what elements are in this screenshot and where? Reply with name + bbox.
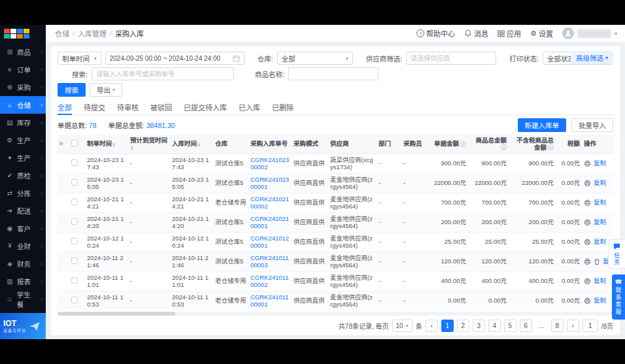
supplier-filter-input[interactable] <box>406 52 496 65</box>
row-checkbox[interactable] <box>71 238 78 244</box>
info-icon[interactable]: i <box>460 141 466 147</box>
sidebar-item-warehouse[interactable]: ⌂仓储› <box>0 96 46 114</box>
warehouse-select[interactable]: 全部 ▾ <box>277 52 353 65</box>
row-checkbox[interactable] <box>71 179 78 186</box>
message-button[interactable]: 消息 <box>464 28 488 39</box>
order-number-link[interactable]: CGRK24101100001 <box>250 293 288 308</box>
print-icon[interactable] <box>584 278 591 285</box>
search-button[interactable]: 搜索 <box>58 83 86 97</box>
row-checkbox[interactable] <box>71 159 78 166</box>
order-number-link[interactable]: CGRK24102300002 <box>250 156 289 171</box>
print-icon[interactable] <box>584 258 591 265</box>
page-button-4[interactable]: 4 <box>488 320 501 332</box>
copy-link[interactable]: 复制 <box>594 219 606 226</box>
order-number-link[interactable]: CGRK24101200001 <box>250 235 289 249</box>
date-range-input[interactable] <box>110 55 230 62</box>
sidebar-item-procurement[interactable]: ⊕采购› <box>0 78 46 96</box>
page-button-3[interactable]: 3 <box>473 320 485 332</box>
sidebar-item-delivery[interactable]: ➔配送› <box>0 202 46 220</box>
breadcrumb-item[interactable]: 仓储 <box>55 28 69 39</box>
user-menu[interactable]: ▾ <box>562 27 617 39</box>
cell-ops: 复制 <box>582 193 613 213</box>
page-button-6[interactable]: 6 <box>520 320 532 332</box>
prev-page-button[interactable]: ‹ <box>426 320 438 332</box>
page-size-select[interactable]: 10 ▾ <box>392 320 413 332</box>
sidebar-item-finance[interactable]: ◈财务› <box>0 255 46 273</box>
sort-icon[interactable]: ▲▼ <box>112 142 115 147</box>
order-number-link[interactable]: CGRK24102100002 <box>250 195 289 210</box>
tab-5[interactable]: 已入库 <box>239 99 260 114</box>
page-button-5[interactable]: 5 <box>504 320 516 332</box>
print-icon[interactable] <box>584 180 591 187</box>
sidebar-item-production[interactable]: ⚙生产› <box>0 131 46 149</box>
page-ellipsis: … <box>535 320 548 332</box>
print-icon[interactable] <box>584 297 591 305</box>
settings-button[interactable]: ⚙设置 <box>530 28 553 39</box>
sidebar-item-production-2[interactable]: ✦生产› <box>0 149 46 167</box>
tab-2[interactable]: 待审核 <box>117 99 139 114</box>
sort-icon[interactable]: ▲▼ <box>131 145 133 150</box>
horizontal-scrollbar-thumb[interactable] <box>58 312 175 316</box>
select-all-checkbox[interactable] <box>71 140 78 146</box>
contact-service-float-button[interactable]: ☎ 联系客服 <box>612 274 625 320</box>
sidebar-item-goods[interactable]: ⊞商品› <box>0 43 46 61</box>
create-inbound-button[interactable]: 新建入库单 <box>518 118 567 132</box>
page-button-1[interactable]: 1 <box>441 320 454 332</box>
print-icon[interactable] <box>584 199 591 207</box>
order-number-link[interactable]: CGRK24102100001 <box>250 215 289 229</box>
batch-import-button[interactable]: 批量导入 <box>571 118 613 132</box>
search-input[interactable] <box>92 67 234 80</box>
date-range-picker[interactable] <box>105 52 245 65</box>
row-checkbox[interactable] <box>71 297 78 303</box>
sidebar-menu: ⊞商品›≡订单›⊕采购›⌂仓储›▤库存›⚙生产›✦生产›✔质检›⇄分拣›➔配送›… <box>0 42 46 313</box>
sidebar-item-inventory[interactable]: ▤库存› <box>0 114 46 131</box>
row-checkbox[interactable] <box>71 277 78 284</box>
order-number-link[interactable]: CGRK24101100003 <box>250 254 288 269</box>
sidebar-item-sorting[interactable]: ⇄分拣› <box>0 184 46 202</box>
delete-icon[interactable] <box>594 258 600 265</box>
page-button-8[interactable]: 8 <box>551 320 564 332</box>
time-type-select[interactable]: 制单时间 ▾ <box>58 52 101 65</box>
topbar-actions: ?帮助中心消息应用⚙设置 ▾ <box>416 27 617 39</box>
sidebar-item-quality[interactable]: ✔质检› <box>0 167 46 184</box>
apps-button[interactable]: 应用 <box>498 28 521 39</box>
cell-dept: - <box>377 193 401 213</box>
order-number-link[interactable]: CGRK24101100002 <box>250 274 288 288</box>
copy-link[interactable]: 复制 <box>594 180 606 187</box>
export-button[interactable]: 导出 ▾ <box>90 83 122 97</box>
tab-0[interactable]: 全部 <box>58 99 72 114</box>
sidebar-item-business-finance[interactable]: ¥业财› <box>0 237 46 255</box>
info-icon[interactable]: i <box>548 144 554 150</box>
tab-6[interactable]: 已删除 <box>272 99 294 114</box>
product-name-input[interactable] <box>288 67 379 80</box>
copy-link[interactable]: 复制 <box>594 278 606 285</box>
sidebar-item-orders[interactable]: ≡订单› <box>0 61 46 78</box>
help-button[interactable]: ?帮助中心 <box>416 28 455 39</box>
sort-icon[interactable]: ▲▼ <box>197 142 200 147</box>
page-jump-input[interactable] <box>583 320 598 332</box>
print-icon[interactable] <box>584 160 591 167</box>
sidebar-item-student-meal[interactable]: ♨学生餐› <box>0 290 46 308</box>
info-icon[interactable]: i <box>501 144 507 150</box>
advanced-filter-button[interactable]: 高级筛选 ▾ <box>571 51 613 64</box>
next-page-button[interactable]: › <box>567 320 579 332</box>
print-icon[interactable] <box>584 239 591 246</box>
task-float-button[interactable]: 任务 <box>608 239 625 269</box>
row-checkbox[interactable] <box>71 218 78 225</box>
row-checkbox[interactable] <box>71 257 78 264</box>
copy-link[interactable]: 复制 <box>594 297 606 305</box>
tab-3[interactable]: 被驳回 <box>150 99 172 114</box>
page-button-2[interactable]: 2 <box>457 320 469 332</box>
table-config-icon[interactable]: ≡ <box>59 140 63 147</box>
copy-link[interactable]: 复制 <box>594 160 606 167</box>
row-checkbox[interactable] <box>71 199 78 205</box>
copy-link[interactable]: 复制 <box>594 239 606 246</box>
tab-4[interactable]: 已提交待入库 <box>184 99 227 114</box>
copy-link[interactable]: 复制 <box>594 199 606 207</box>
sidebar-item-report[interactable]: ▥报表› <box>0 273 46 290</box>
order-number-link[interactable]: CGRK24102300001 <box>250 176 289 190</box>
breadcrumb-item[interactable]: 入库管理 <box>78 28 107 39</box>
print-icon[interactable] <box>584 219 591 226</box>
sidebar-item-customer[interactable]: ◉客户› <box>0 220 46 237</box>
tab-1[interactable]: 待提交 <box>84 99 105 114</box>
